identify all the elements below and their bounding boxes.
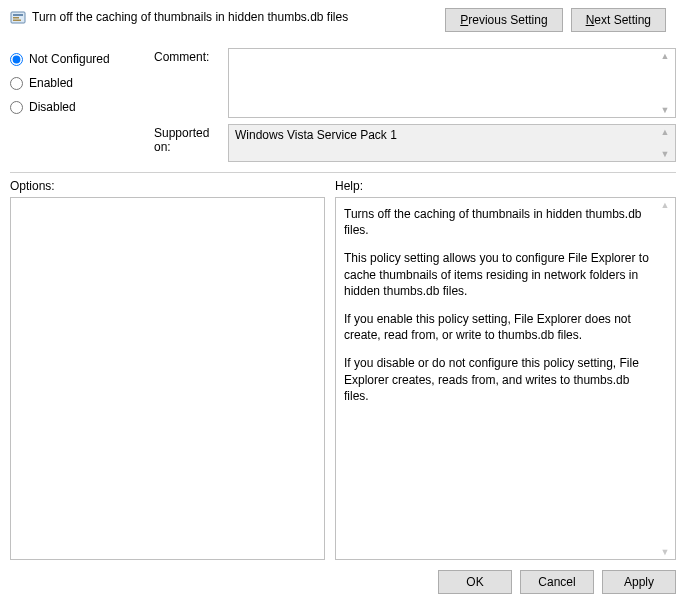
options-label: Options:	[10, 179, 335, 193]
supported-on-field: Windows Vista Service Pack 1 ▲▼	[228, 124, 676, 162]
policy-icon	[10, 10, 26, 26]
svg-rect-3	[13, 20, 21, 22]
help-paragraph: If you disable or do not configure this …	[344, 355, 653, 404]
policy-title: Turn off the caching of thumbnails in hi…	[32, 8, 348, 24]
comment-value	[229, 49, 675, 55]
radio-not-configured[interactable]: Not Configured	[10, 52, 150, 66]
next-setting-button[interactable]: Next Setting	[571, 8, 666, 32]
help-paragraph: This policy setting allows you to config…	[344, 250, 653, 299]
supported-on-value: Windows Vista Service Pack 1	[229, 125, 675, 145]
svg-rect-1	[13, 14, 23, 16]
radio-disabled-input[interactable]	[10, 101, 23, 114]
comment-label: Comment:	[154, 48, 224, 118]
radio-enabled[interactable]: Enabled	[10, 76, 150, 90]
comment-field[interactable]: ▲▼	[228, 48, 676, 118]
radio-disabled[interactable]: Disabled	[10, 100, 150, 114]
help-pane: Turns off the caching of thumbnails in h…	[335, 197, 676, 560]
cancel-button[interactable]: Cancel	[520, 570, 594, 594]
help-paragraph: If you enable this policy setting, File …	[344, 311, 653, 343]
radio-disabled-label: Disabled	[29, 100, 76, 114]
scroll-indicator: ▲▼	[657, 200, 673, 557]
scroll-indicator: ▲▼	[657, 51, 673, 115]
radio-not-configured-label: Not Configured	[29, 52, 110, 66]
radio-not-configured-input[interactable]	[10, 53, 23, 66]
separator	[10, 172, 676, 173]
help-label: Help:	[335, 179, 363, 193]
svg-rect-2	[13, 17, 19, 19]
scroll-indicator: ▲▼	[657, 127, 673, 159]
options-pane	[10, 197, 325, 560]
help-paragraph: Turns off the caching of thumbnails in h…	[344, 206, 653, 238]
ok-button[interactable]: OK	[438, 570, 512, 594]
supported-label: Supported on:	[154, 124, 224, 162]
previous-setting-button[interactable]: Previous Setting	[445, 8, 562, 32]
radio-enabled-input[interactable]	[10, 77, 23, 90]
apply-button[interactable]: Apply	[602, 570, 676, 594]
radio-enabled-label: Enabled	[29, 76, 73, 90]
